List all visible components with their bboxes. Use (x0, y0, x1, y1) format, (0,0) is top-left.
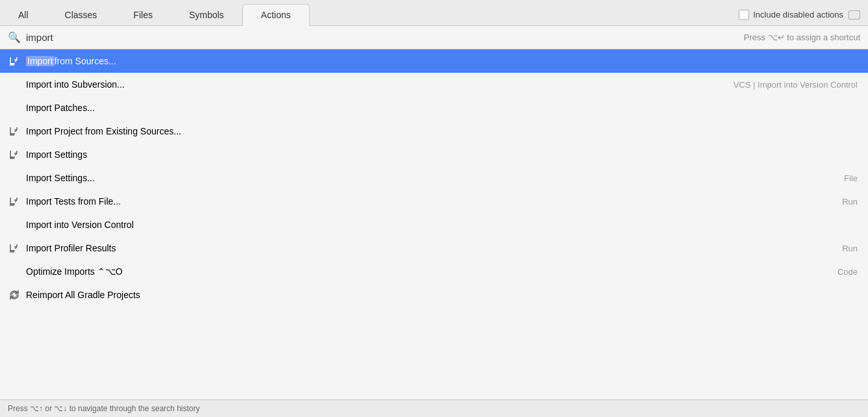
list-item[interactable]: Import Settings (0, 143, 868, 166)
list-item[interactable]: Import Tests from File... Run (0, 190, 868, 213)
list-item[interactable]: Import into Subversion... VCS | Import i… (0, 73, 868, 96)
tab-files-label: Files (133, 10, 153, 20)
tab-classes-label: Classes (65, 10, 97, 20)
tab-all[interactable]: All (0, 4, 47, 26)
result-text: Import into Version Control (26, 220, 842, 230)
search-input[interactable] (26, 32, 739, 43)
import-icon (8, 196, 21, 207)
include-disabled-label: Include disabled actions (753, 10, 843, 19)
refresh-icon (8, 289, 21, 301)
import-icon (8, 149, 21, 160)
tab-classes[interactable]: Classes (47, 4, 116, 26)
tab-bar: All Classes Files Symbols Actions Includ… (0, 0, 868, 26)
result-text: Import Settings (26, 149, 842, 160)
search-icon: 🔍 (8, 31, 21, 44)
tab-symbols-label: Symbols (189, 10, 224, 20)
status-bar-text: Press ⌥↑ or ⌥↓ to navigate through the s… (8, 404, 199, 413)
result-category: VCS | Import into Version Control (723, 80, 858, 90)
tab-all-label: All (18, 10, 29, 20)
tab-symbols[interactable]: Symbols (171, 4, 242, 26)
list-item[interactable]: Import Project from Existing Sources... (0, 120, 868, 143)
search-bar: 🔍 Press ⌥↵ to assign a shortcut (0, 26, 868, 49)
status-bar: Press ⌥↑ or ⌥↓ to navigate through the s… (0, 399, 868, 417)
import-icon (8, 125, 21, 137)
list-item[interactable]: Import from Sources... (0, 49, 868, 73)
result-text: Import Settings... (26, 173, 828, 183)
result-category: Run (832, 244, 858, 253)
result-highlight: Import (26, 56, 55, 66)
tab-actions[interactable]: Actions (242, 4, 310, 26)
result-text: Import Patches... (26, 103, 842, 113)
import-icon (8, 55, 21, 67)
result-category: Code (827, 267, 858, 277)
list-item[interactable]: Reimport All Gradle Projects (0, 283, 868, 307)
results-list: Import from Sources... Import into Subve… (0, 49, 868, 399)
result-category: Run (832, 197, 858, 207)
tab-bar-right: Include disabled actions (739, 4, 868, 25)
include-disabled-checkbox[interactable] (739, 10, 749, 20)
result-category: File (834, 173, 858, 183)
tab-actions-label: Actions (261, 10, 291, 20)
result-text: Import from Sources... (26, 56, 842, 66)
result-text: Reimport All Gradle Projects (26, 290, 842, 300)
main-container: All Classes Files Symbols Actions Includ… (0, 0, 868, 417)
result-text: Import Tests from File... (26, 196, 826, 207)
result-text: Import Profiler Results (26, 243, 826, 253)
list-item[interactable]: Import into Version Control (0, 213, 868, 236)
list-item[interactable]: Optimize Imports ⌃⌥O Code (0, 260, 868, 283)
window-icon[interactable] (849, 10, 860, 19)
list-item[interactable]: Import Settings... File (0, 166, 868, 190)
include-disabled-checkbox-label[interactable]: Include disabled actions (739, 10, 843, 20)
result-text: Optimize Imports ⌃⌥O (26, 266, 822, 277)
result-text: Import Project from Existing Sources... (26, 126, 842, 136)
tab-files[interactable]: Files (115, 4, 171, 26)
list-item[interactable]: Import Profiler Results Run (0, 236, 868, 260)
shortcut-hint: Press ⌥↵ to assign a shortcut (744, 32, 860, 42)
list-item[interactable]: Import Patches... (0, 96, 868, 120)
import-icon (8, 242, 21, 254)
result-text: Import into Subversion... (26, 79, 718, 90)
